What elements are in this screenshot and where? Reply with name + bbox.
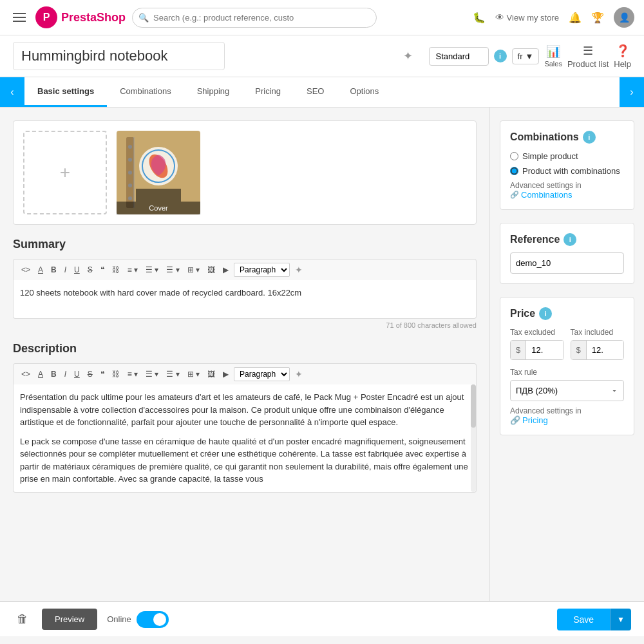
desc-ai-button[interactable]: ✦: [292, 368, 305, 381]
product-name-input[interactable]: [13, 42, 225, 70]
language-selector[interactable]: fr ▼: [512, 48, 540, 64]
desc-align-button[interactable]: ≡ ▾: [125, 368, 140, 380]
font-button[interactable]: A: [35, 264, 46, 276]
desc-table-button[interactable]: ⊞ ▾: [185, 368, 202, 380]
underline-button[interactable]: U: [71, 264, 82, 276]
save-button[interactable]: Save: [557, 609, 610, 630]
tax-rule-select[interactable]: ПДВ (20%): [510, 380, 624, 401]
tab-pricing[interactable]: Pricing: [242, 77, 294, 107]
bug-icon[interactable]: 🐛: [473, 12, 486, 24]
svg-point-6: [128, 196, 132, 200]
desc-bullet-list-button[interactable]: ☰ ▾: [143, 368, 161, 380]
search-input[interactable]: [132, 8, 377, 28]
bullet-list-button[interactable]: ☰ ▾: [143, 264, 161, 276]
scrollbar-thumb[interactable]: [471, 384, 476, 428]
combinations-info-button[interactable]: i: [583, 131, 596, 144]
help-icon: ❓: [616, 44, 630, 58]
tax-included-input[interactable]: [587, 341, 623, 359]
tax-included-label: Tax included: [571, 328, 625, 337]
desc-link-button[interactable]: ⛓: [109, 368, 122, 380]
code-button[interactable]: <>: [19, 264, 33, 276]
align-button[interactable]: ≡ ▾: [125, 264, 140, 276]
delete-button[interactable]: 🗑: [13, 609, 32, 630]
user-avatar[interactable]: 👤: [614, 7, 634, 28]
bottom-bar: 🗑 Preview Online ✓ Save ▼: [0, 601, 644, 636]
desc-bold-button[interactable]: B: [48, 368, 59, 380]
desc-paragraph-select[interactable]: Paragraph: [234, 367, 290, 381]
image-button[interactable]: 🖼: [205, 264, 218, 276]
ordered-list-button[interactable]: ☰ ▾: [164, 264, 182, 276]
trophy-icon[interactable]: 🏆: [591, 12, 604, 24]
logo[interactable]: P PrestaShop: [35, 6, 126, 28]
ai-icon[interactable]: ✦: [403, 49, 413, 63]
link-button[interactable]: ⛓: [109, 264, 122, 276]
table-button[interactable]: ⊞ ▾: [185, 264, 202, 276]
summary-content[interactable]: 120 sheets notebook with hard cover made…: [13, 280, 477, 319]
product-with-combinations-radio[interactable]: [510, 167, 518, 175]
add-image-button[interactable]: +: [23, 131, 107, 214]
tab-arrow-left[interactable]: ‹: [0, 77, 24, 107]
bell-icon[interactable]: 🔔: [569, 12, 582, 24]
description-content[interactable]: Présentation du pack ultime pour les ama…: [13, 384, 477, 493]
italic-button[interactable]: I: [62, 264, 69, 276]
tab-basic-settings[interactable]: Basic settings: [24, 77, 107, 107]
help-button[interactable]: ❓ Help: [614, 44, 631, 69]
paragraph-select[interactable]: Paragraph: [234, 263, 290, 277]
desc-ordered-list-button[interactable]: ☰ ▾: [164, 368, 182, 380]
sales-button[interactable]: 📊 Sales: [544, 44, 562, 68]
save-dropdown-button[interactable]: ▼: [610, 609, 631, 630]
sales-label: Sales: [544, 60, 562, 68]
desc-font-button[interactable]: A: [35, 368, 46, 380]
description-para2: Le pack se compose d'une tasse en cérami…: [20, 435, 469, 486]
strikethrough-button[interactable]: S: [85, 264, 95, 276]
pricing-link[interactable]: 🔗 Pricing: [510, 415, 548, 425]
simple-product-radio-row[interactable]: Simple product: [510, 151, 624, 161]
search-icon: 🔍: [138, 13, 149, 23]
hamburger-menu[interactable]: [10, 10, 29, 25]
product-image[interactable]: Cover: [117, 131, 200, 214]
tab-options[interactable]: Options: [337, 77, 392, 107]
combinations-title: Combinations i: [510, 131, 624, 144]
tax-excluded-input[interactable]: [526, 341, 563, 359]
price-inputs-row: Tax excluded $ Tax included $: [510, 328, 624, 360]
simple-product-radio[interactable]: [510, 152, 518, 160]
online-toggle-row: Online ✓: [107, 611, 169, 628]
reference-input[interactable]: [510, 252, 624, 274]
combinations-link[interactable]: Combinations: [510, 190, 624, 200]
preview-button[interactable]: Preview: [42, 609, 97, 630]
tab-combinations[interactable]: Combinations: [107, 77, 184, 107]
view-store-link[interactable]: View my store: [495, 12, 559, 23]
desc-strikethrough-button[interactable]: S: [85, 368, 95, 380]
desc-video-button[interactable]: ▶: [220, 368, 231, 380]
tax-excluded-label: Tax excluded: [510, 328, 564, 337]
topnav-right: 🐛 View my store 🔔 🏆 👤: [473, 7, 634, 28]
language-label: fr: [518, 52, 523, 61]
desc-italic-button[interactable]: I: [62, 368, 69, 380]
product-type-select[interactable]: Standard: [429, 47, 489, 66]
product-list-button[interactable]: ☰ Product list: [567, 44, 609, 69]
desc-image-button[interactable]: 🖼: [205, 368, 218, 380]
reference-info-button[interactable]: i: [564, 233, 576, 246]
summary-ai-button[interactable]: ✦: [292, 263, 305, 276]
svg-point-3: [128, 158, 132, 162]
product-with-combinations-radio-row[interactable]: Product with combinations: [510, 166, 624, 176]
price-info-button[interactable]: i: [539, 307, 552, 320]
tax-rule-label: Tax rule: [510, 368, 624, 377]
type-info-button[interactable]: i: [494, 50, 507, 62]
desc-blockquote-button[interactable]: ❝: [98, 368, 107, 380]
bold-button[interactable]: B: [48, 264, 59, 276]
tax-included-input-wrap: $: [571, 340, 625, 360]
desc-code-button[interactable]: <>: [19, 368, 33, 380]
tab-shipping[interactable]: Shipping: [184, 77, 243, 107]
logo-icon: P: [35, 6, 57, 28]
tabs-list: Basic settings Combinations Shipping Pri…: [24, 77, 620, 107]
desc-underline-button[interactable]: U: [71, 368, 82, 380]
video-button[interactable]: ▶: [220, 264, 231, 276]
blockquote-button[interactable]: ❝: [98, 264, 107, 276]
description-title: Description: [13, 342, 477, 355]
scrollbar-track: [471, 384, 476, 492]
online-toggle[interactable]: ✓: [137, 611, 169, 628]
tab-arrow-right[interactable]: ›: [620, 77, 644, 107]
combinations-box: Combinations i Simple product Product wi…: [500, 120, 634, 210]
tab-seo[interactable]: SEO: [294, 77, 337, 107]
